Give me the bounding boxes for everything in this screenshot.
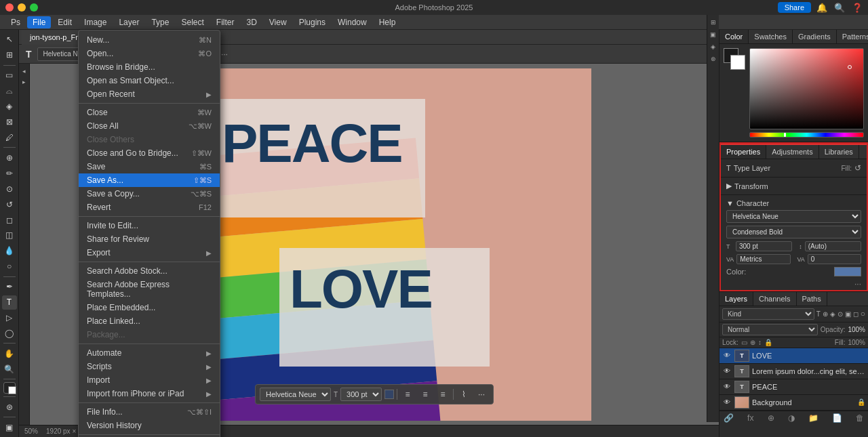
menu-close-label: Close (87, 108, 108, 117)
menu-automate-label: Automate (87, 348, 121, 358)
menu-close[interactable]: Close ⌘W (79, 106, 220, 119)
menu-import-label: Import (87, 375, 110, 385)
menu-export-arrow: ▶ (206, 249, 212, 257)
menu-close-all-label: Close All (87, 121, 119, 131)
menu-new-shortcut: ⌘N (199, 36, 212, 45)
menu-search-express[interactable]: Search Adobe Express Templates... (79, 278, 220, 301)
menu-invite-edit-label: Invite to Edit... (87, 221, 138, 230)
menu-browse-bridge-label: Browse in Bridge... (87, 62, 155, 72)
menu-version-history[interactable]: Version History (79, 419, 220, 432)
menu-automate-arrow: ▶ (206, 350, 212, 357)
menu-place-embedded-label: Place Embedded... (87, 303, 155, 312)
menu-share-review[interactable]: Share for Review (79, 232, 220, 246)
menu-import-iphone[interactable]: Import from iPhone or iPad ▶ (79, 387, 220, 400)
menu-save-copy-label: Save a Copy... (87, 189, 140, 199)
menu-import-iphone-arrow: ▶ (206, 390, 212, 398)
separator-3 (79, 262, 220, 262)
menu-save-as-label: Save As... (87, 175, 123, 185)
menu-version-history-label: Version History (87, 421, 142, 430)
file-menu-dropdown: New... ⌘N Open... ⌘O Browse in Bridge...… (78, 30, 220, 437)
menu-file-info-shortcut: ⌥⌘⇧I (187, 408, 212, 417)
menu-open-recent-arrow: ▶ (206, 91, 212, 98)
menu-open[interactable]: Open... ⌘O (79, 47, 220, 60)
menu-scripts-label: Scripts (87, 362, 112, 371)
menu-close-go-bridge-label: Close and Go to Bridge... (87, 148, 178, 158)
menu-save-label: Save (87, 162, 105, 171)
menu-automate[interactable]: Automate ▶ (79, 346, 220, 360)
menu-search-stock-label: Search Adobe Stock... (87, 266, 167, 276)
dropdown-overlay: New... ⌘N Open... ⌘O Browse in Bridge...… (0, 0, 868, 437)
menu-save-copy[interactable]: Save a Copy... ⌥⌘S (79, 187, 220, 201)
separator-1 (79, 103, 220, 104)
menu-place-linked-label: Place Linked... (87, 316, 140, 326)
menu-search-express-label: Search Adobe Express Templates... (87, 280, 212, 299)
menu-close-all[interactable]: Close All ⌥⌘W (79, 119, 220, 133)
menu-file-info[interactable]: File Info... ⌥⌘⇧I (79, 405, 220, 419)
menu-browse-bridge[interactable]: Browse in Bridge... (79, 60, 220, 74)
menu-package: Package... (79, 328, 220, 341)
menu-close-go-bridge[interactable]: Close and Go to Bridge... ⇧⌘W (79, 146, 220, 160)
menu-new[interactable]: New... ⌘N (79, 33, 220, 47)
menu-import[interactable]: Import ▶ (79, 373, 220, 387)
separator-4 (79, 344, 220, 344)
separator-5 (79, 402, 220, 403)
menu-revert-label: Revert (87, 203, 111, 212)
menu-open-smart-label: Open as Smart Object... (87, 76, 174, 85)
menu-export[interactable]: Export ▶ (79, 246, 220, 259)
menu-close-others: Close Others (79, 133, 220, 146)
menu-open-smart[interactable]: Open as Smart Object... (79, 74, 220, 87)
menu-import-arrow: ▶ (206, 377, 212, 384)
menu-revert-shortcut: F12 (199, 203, 212, 211)
menu-scripts[interactable]: Scripts ▶ (79, 360, 220, 373)
separator-2 (79, 216, 220, 217)
menu-package-label: Package... (87, 330, 125, 339)
menu-open-recent-label: Open Recent (87, 89, 135, 99)
menu-open-shortcut: ⌘O (198, 49, 212, 58)
menu-file-info-label: File Info... (87, 407, 123, 417)
separator-6 (79, 434, 220, 435)
menu-import-iphone-label: Import from iPhone or iPad (87, 389, 184, 398)
menu-invite-edit[interactable]: Invite to Edit... (79, 219, 220, 232)
menu-close-all-shortcut: ⌥⌘W (189, 122, 212, 131)
menu-export-label: Export (87, 248, 111, 257)
menu-place-linked[interactable]: Place Linked... (79, 314, 220, 328)
menu-open-label: Open... (87, 49, 113, 58)
menu-search-stock[interactable]: Search Adobe Stock... (79, 264, 220, 278)
menu-share-review-label: Share for Review (87, 234, 149, 244)
menu-open-recent[interactable]: Open Recent ▶ (79, 87, 220, 101)
menu-close-go-bridge-shortcut: ⇧⌘W (191, 149, 212, 158)
menu-close-others-label: Close Others (87, 135, 134, 144)
menu-save-as-shortcut: ⇧⌘S (193, 176, 212, 185)
menu-save-copy-shortcut: ⌥⌘S (191, 190, 212, 199)
menu-new-label: New... (87, 35, 109, 45)
menu-revert[interactable]: Revert F12 (79, 201, 220, 214)
menu-place-embedded[interactable]: Place Embedded... (79, 301, 220, 314)
menu-save-shortcut: ⌘S (199, 163, 212, 171)
menu-save-as[interactable]: Save As... ⇧⌘S (79, 173, 220, 187)
menu-save[interactable]: Save ⌘S (79, 160, 220, 173)
menu-scripts-arrow: ▶ (206, 363, 212, 371)
menu-close-shortcut: ⌘W (197, 108, 212, 117)
